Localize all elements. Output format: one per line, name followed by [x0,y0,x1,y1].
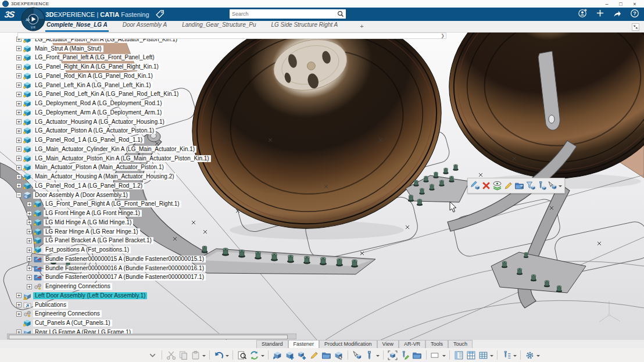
tree-item[interactable]: +Left Door Assembly (Left Door Assembly.… [16,291,211,300]
tree-item[interactable]: −Door Assembly A (Door Assembly.1) [16,191,211,200]
dropdown-caret-icon[interactable] [513,355,517,359]
toolbar-expander-icon[interactable] [147,349,158,361]
section-tab-tools[interactable]: Tools [425,340,448,348]
tree-expander[interactable]: + [16,174,22,180]
new-tab-button[interactable]: + [360,23,363,32]
tree-expander[interactable]: + [16,46,22,51]
tree-expander[interactable]: + [16,101,22,106]
tree-item[interactable]: +Bundle Fastener000000016 A (Bundle Fast… [16,264,211,273]
combo-box-icon[interactable] [430,349,441,361]
part-frame-icon[interactable] [387,349,398,361]
tree-item-label[interactable]: LG_Panel_Rod_1 A (LG_Panel_Rod_1.1) [33,137,144,144]
tree-item-label[interactable]: LG_Main_Actuator_Cylinder_Kin A (LG_Main… [33,146,196,153]
pointer-part-icon[interactable] [352,349,363,361]
user-profile-icon[interactable] [578,8,588,20]
tree-item-label[interactable]: Bundle Fastener000000016 A (Bundle Faste… [44,265,206,272]
open-folder-icon[interactable] [321,349,332,361]
edit-pencil-icon[interactable] [503,180,514,191]
bolt-part-icon[interactable] [536,180,547,191]
tag-icon[interactable] [155,9,165,19]
tree-item[interactable]: +Bundle Fastener000000015 A (Bundle Fast… [16,255,211,264]
help-icon[interactable]: ? [630,9,639,20]
tree-item[interactable]: +LG Panel Bracket A (LG Panel Bracket.1) [16,236,211,246]
edit-fastener-icon[interactable] [470,180,481,191]
tree-expander[interactable]: + [16,183,22,188]
tree-item[interactable]: +Main_Actuator_Piston A (Main_Actuator_P… [16,163,211,173]
tree-item[interactable]: +LG_Actuator_Piston A (LG_Actuator_Pisto… [16,127,211,136]
tree-item[interactable]: +LG Mid Hinge A (LG Mid Hinge.1) [16,218,211,227]
fastener-modify-icon[interactable] [399,349,410,361]
tree-expander[interactable]: + [16,165,22,170]
dropdown-caret-icon[interactable] [226,355,229,359]
tree-expander[interactable]: + [16,156,22,161]
tree-item-label[interactable]: Main_Actuator_Piston A (Main_Actuator_Pi… [33,164,166,171]
tree-item[interactable]: +LG_Panel_Rod_Kin A (LG_Panel_Rod_Kin.1) [16,71,211,81]
tree-expander[interactable]: + [27,238,32,243]
dassault-logo[interactable]: 3S [4,9,15,19]
tree-expander[interactable]: + [27,256,32,261]
section-tab-standard[interactable]: Standard [256,340,288,348]
tree-expander[interactable]: + [16,73,22,78]
tree-expander[interactable]: + [27,220,32,225]
tree-horizontal-scrollbar[interactable] [7,334,296,339]
tree-item[interactable]: +LG_Deployment_Rod A (LG_Deployment_Rod.… [16,99,211,108]
tree-item-label[interactable]: Main_Actuator_Housing A (Main_Actuator_H… [33,173,176,180]
tree-expander[interactable]: + [27,266,32,271]
search-icon[interactable] [337,10,345,18]
tree-item-label[interactable]: Engineering Connections [33,310,102,317]
tree-expander[interactable]: + [16,64,22,70]
tree-expander[interactable]: + [16,119,22,124]
close-button[interactable]: × [631,1,638,8]
tree-item-label[interactable]: Bundle Fastener000000017 A (Bundle Faste… [44,274,206,281]
table-icon[interactable] [478,349,489,361]
fastener-bolt-icon[interactable] [364,349,375,361]
tree-expander[interactable]: + [16,128,22,134]
select-cube-icon[interactable] [333,349,344,361]
fastener-table-icon[interactable] [466,349,477,361]
tree-item[interactable]: +Engineering Connections [16,282,211,291]
tree-item-label[interactable]: Publications [33,302,68,309]
document-tab-3[interactable]: Landing_Gear_Structure_Pu [181,20,257,32]
scroll-right-icon[interactable]: ❯ [441,33,445,39]
tree-expander[interactable]: + [16,146,22,152]
tree-expander[interactable]: + [16,110,22,115]
open-folder-part-icon[interactable] [514,180,525,191]
tree-item[interactable]: +Main_Strut A (Main_Strut) [16,44,211,53]
undo-icon[interactable] [213,349,224,361]
tree-item[interactable]: +LG_Main_Actuator_Cylinder_Kin A (LG_Mai… [16,145,211,154]
tree-item[interactable]: +Publications [16,300,211,310]
tree-expander[interactable]: + [16,92,22,97]
delete-icon[interactable] [481,180,492,191]
document-tab-1[interactable]: Complete_Nose_LG A [45,20,109,32]
tree-item[interactable]: +LG_Panel_Rod_1 A (LG_Panel_Rod_1.1) [16,135,211,145]
search-input[interactable] [230,11,337,17]
tree-item-label[interactable]: LG Panel Bracket A (LG Panel Bracket.1) [44,237,153,244]
tree-expander[interactable]: + [16,311,22,317]
minimize-button[interactable]: – [603,1,610,8]
section-tab-fastener[interactable]: Fastener [288,340,320,348]
section-tab-ar-vr[interactable]: AR-VR [399,340,425,348]
tree-expander[interactable]: + [27,275,32,280]
dropdown-caret-icon[interactable] [536,355,540,359]
tree-item-label[interactable]: Left Door Assembly (Left Door Assembly.1… [33,292,147,299]
tree-item[interactable]: +LG_Panel_Right_Kin A (LG_Panel_Right_Ki… [16,62,211,71]
insert-existing-product-icon[interactable] [272,349,283,361]
section-tab-product-modification[interactable]: Product Modification [319,340,377,348]
dropdown-caret-icon[interactable] [261,355,264,359]
tree-item-label[interactable]: Door Assembly A (Door Assembly.1) [33,192,130,199]
search-box[interactable] [230,9,346,19]
share-icon[interactable] [613,9,622,20]
tree-item[interactable]: +LG_Main_Actuator_Piston_Kin A (LG_Main_… [16,154,211,163]
tree-expander[interactable]: + [27,248,32,253]
tree-item[interactable]: +Fst_positions A (Fst_positions.1) [16,245,211,255]
tree-expander[interactable]: + [16,55,22,60]
tree-item-label[interactable]: LG_Actuator_Housing A (LG_Actuator_Housi… [33,119,166,126]
tree-expander[interactable]: + [16,83,22,88]
tree-item[interactable]: +LG Rear Hinge A (LG Rear Hinge.1) [16,227,211,236]
folder-data-icon[interactable] [412,349,423,361]
tree-item[interactable]: +LG_Actuator_Housing A (LG_Actuator_Hous… [16,117,211,127]
tree-item[interactable]: +LG_Front_Panel_left A (LG_Front_Panel_L… [16,53,211,63]
tree-item-label[interactable]: LG_Front_Panel_left A (LG_Front_Panel_Le… [33,54,156,61]
3dexperience-compass[interactable]: 3D V.R [21,7,45,31]
bolt-structure-icon[interactable] [501,349,512,361]
